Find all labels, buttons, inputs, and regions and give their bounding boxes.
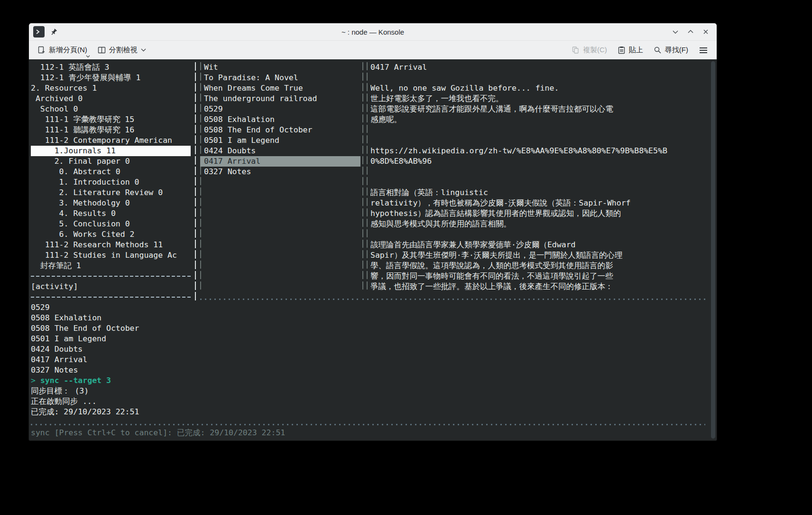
- notebook-item[interactable]: Archived 0: [31, 94, 191, 104]
- close-button[interactable]: [701, 28, 710, 36]
- notebook-item[interactable]: 111-2 Studies in Language Ac: [31, 250, 191, 261]
- preview-line: 感應呢。: [370, 114, 705, 125]
- notebook-item[interactable]: 5. Conclusion 0: [31, 219, 191, 229]
- menu-button[interactable]: [695, 44, 712, 56]
- preview-line: [370, 73, 705, 83]
- output-line: 0508 Exhalation: [31, 313, 139, 323]
- terminal-area[interactable]: 112-1 英語會話 3 112-1 青少年發展與輔導 12. Resource…: [29, 59, 717, 440]
- output-line: 已完成: 29/10/2023 22:51: [31, 407, 139, 417]
- maximize-button[interactable]: [686, 28, 695, 36]
- split-view-button[interactable]: 分割檢視: [94, 43, 150, 57]
- preview-line: [370, 135, 705, 146]
- note-item[interactable]: 0501 I am Legend: [200, 135, 360, 146]
- output-line: 0327 Notes: [31, 365, 139, 375]
- split-view-icon: [98, 46, 106, 54]
- notebook-item[interactable]: 2. Resources 1: [31, 83, 191, 94]
- paste-label: 貼上: [629, 46, 643, 55]
- notebook-item[interactable]: 1.Journals 11: [31, 146, 191, 156]
- notebook-item[interactable]: School 0: [31, 104, 191, 114]
- preview-pane: 0417 Arrival Well, no one saw Gozilla be…: [370, 62, 705, 292]
- preview-pane-bottom-border: [362, 299, 705, 300]
- scrollbar[interactable]: [710, 60, 716, 440]
- notebook-item[interactable]: 6. Works Cited 2: [31, 229, 191, 240]
- notebook-item[interactable]: 111-2 Research Methods 11: [31, 240, 191, 250]
- terminal-output: 05290508 Exhalation0508 The End of Octob…: [31, 302, 139, 417]
- notebook-item[interactable]: 2. Final paper 0: [31, 156, 191, 167]
- preview-line: 0%8D%E8%AB%96: [370, 156, 705, 167]
- paste-button[interactable]: 貼上: [614, 43, 647, 57]
- note-item[interactable]: 0508 The End of October: [200, 125, 360, 135]
- preview-line: hypothesis）認為語言結構影響其使用者的世界觀或認知，因此人類的: [370, 208, 705, 219]
- titlebar: ~ : node — Konsole: [29, 23, 717, 41]
- notebook-item[interactable]: 1. Introduction 0: [31, 177, 191, 187]
- note-item[interactable]: 0508 Exhalation: [200, 114, 360, 125]
- status-line: sync [Press Ctrl+C to cancel]: 已完成: 29/1…: [31, 428, 285, 438]
- output-line: 0501 I am Legend: [31, 334, 139, 344]
- notebooks-separator: [31, 271, 191, 281]
- preview-line: 語言相對論（英語：linguistic: [370, 187, 705, 198]
- new-tab-dropdown-caret[interactable]: [86, 55, 90, 58]
- prompt: >: [31, 376, 40, 385]
- preview-line: https://zh.wikipedia.org/zh-tw/%E8%AA%9E…: [370, 146, 705, 156]
- preview-line: [370, 177, 705, 187]
- notebooks-pane: 112-1 英語會話 3 112-1 青少年發展與輔導 12. Resource…: [31, 62, 191, 302]
- notebook-item[interactable]: 2. Literature Review 0: [31, 187, 191, 198]
- hamburger-menu-icon: [699, 47, 708, 54]
- notebook-item[interactable]: 111-2 Contemporary American: [31, 135, 191, 146]
- note-item[interactable]: 0417 Arrival: [200, 156, 360, 167]
- preview-line: 爭議，也招致了一些批評。基於以上爭議，後來產生不同的修正版本：: [370, 281, 705, 292]
- preview-line: relativity），有時也被稱為沙皮爾-沃爾夫假說（英語：Sapir-Who…: [370, 198, 705, 208]
- note-item[interactable]: 0529: [200, 104, 360, 114]
- output-line: 0529: [31, 302, 139, 313]
- notebook-item[interactable]: 3. Methodolgy 0: [31, 198, 191, 208]
- notebook-item[interactable]: 封存筆記 1: [31, 261, 191, 271]
- preview-pane-border-outer: [362, 62, 363, 292]
- note-item[interactable]: The underground railroad: [200, 94, 360, 104]
- preview-line: [370, 125, 705, 135]
- note-item[interactable]: 0424 Doubts: [200, 146, 360, 156]
- preview-line: Sapir）及其學生班傑明·李·沃爾夫所提出，是一門關於人類語言的心理: [370, 250, 705, 261]
- notes-pane-bottom-border: [200, 299, 360, 300]
- output-line: 同步目標： (3): [31, 386, 139, 396]
- new-tab-label: 新增分頁(N): [49, 46, 87, 55]
- find-label: 尋找(F): [665, 46, 688, 55]
- notebook-item[interactable]: 4. Results 0: [31, 208, 191, 219]
- command-line: > sync --target 3: [31, 375, 139, 386]
- find-button[interactable]: 尋找(F): [650, 43, 692, 57]
- preview-line: [370, 229, 705, 240]
- note-item[interactable]: 0327 Notes: [200, 167, 360, 177]
- notebook-item[interactable]: 0. Abstract 0: [31, 167, 191, 177]
- notebook-item[interactable]: 112-1 青少年發展與輔導 1: [31, 73, 191, 83]
- new-tab-button[interactable]: 新增分頁(N): [34, 43, 91, 57]
- preview-line: Well, no one saw Gozilla before... fine.: [370, 83, 705, 94]
- output-line: 0508 The End of October: [31, 323, 139, 334]
- preview-line: [370, 167, 705, 177]
- preview-line: 這部電影說要研究語言才能跟外星人溝通，啊為什麼哥吉拉都可以心電: [370, 104, 705, 114]
- konsole-window: ~ : node — Konsole 新增分頁(N): [28, 23, 717, 441]
- notebook-item[interactable]: 112-1 英語會話 3: [31, 62, 191, 73]
- notebook-item[interactable]: 111-1 字彙教學研究 15: [31, 114, 191, 125]
- paste-icon: [618, 46, 626, 54]
- scrollbar-thumb[interactable]: [711, 61, 715, 439]
- status-separator: [31, 424, 705, 425]
- command-text: sync --target 3: [40, 376, 111, 385]
- copy-button[interactable]: 複製(C): [568, 43, 611, 57]
- activity-label: [activity]: [31, 281, 191, 292]
- notebooks-pane-border: [195, 62, 196, 302]
- output-line: 0417 Arrival: [31, 355, 139, 365]
- note-item[interactable]: Wit: [200, 62, 360, 73]
- note-item[interactable]: To Paradise: A Novel: [200, 73, 360, 83]
- toolbar: 新增分頁(N) 分割檢視 複製(C) 貼上: [29, 41, 717, 59]
- notebook-item[interactable]: 111-1 聽講教學研究 16: [31, 125, 191, 135]
- preview-line: 該理論首先由語言學家兼人類學家愛德華·沙皮爾（Edward: [370, 240, 705, 250]
- note-item[interactable]: When Dreams Come True: [200, 83, 360, 94]
- pin-icon[interactable]: [49, 28, 58, 36]
- minimize-button[interactable]: [671, 28, 680, 36]
- split-view-caret[interactable]: [141, 48, 146, 52]
- preview-line: 世上好電影太多了，一堆我也看不完。: [370, 94, 705, 104]
- preview-line: 0417 Arrival: [370, 62, 705, 73]
- output-line: 正在啟動同步 ...: [31, 396, 139, 407]
- split-view-label: 分割檢視: [109, 46, 138, 55]
- preview-line: 感知與思考模式與其所使用的語言相關。: [370, 219, 705, 229]
- window-title: ~ : node — Konsole: [29, 28, 717, 36]
